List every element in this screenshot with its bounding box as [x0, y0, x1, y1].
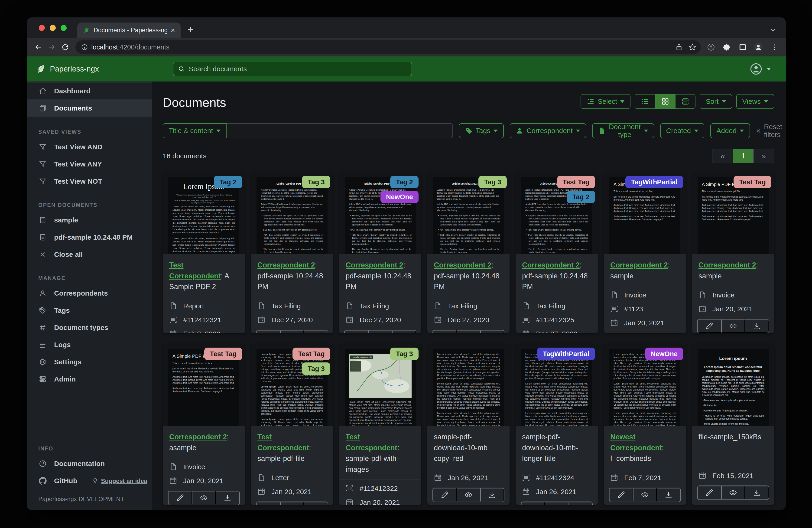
edit-button[interactable]	[521, 502, 545, 505]
correspondent-link[interactable]: Test Correspondent	[169, 261, 221, 280]
edit-button[interactable]	[345, 330, 368, 333]
sidebar-item-dashboard[interactable]: Dashboard	[27, 83, 152, 100]
document-card[interactable]: Lorem Ipsum"Neque porro quisquam est qui…	[163, 172, 245, 333]
correspondent-link[interactable]: Correspondent 2	[346, 261, 403, 269]
browser-menu-kebab-icon[interactable]	[769, 42, 779, 52]
edit-button[interactable]	[609, 488, 633, 501]
edit-button[interactable]	[698, 319, 721, 333]
sidebar-item-test-view-not[interactable]: Test View NOT	[27, 173, 152, 190]
pagination-next-button[interactable]: »	[753, 149, 774, 163]
document-card[interactable]: Lorem ipsum dolor sit amet, consectetur …	[516, 344, 598, 505]
document-thumbnail[interactable]: Lorem ipsum dolor sit amet, consectetur …	[516, 344, 598, 426]
document-card[interactable]: Adobe Acrobat PDF FilesAdobe® Portable D…	[516, 172, 598, 333]
sidebar-item-test-view-and[interactable]: Test View AND	[27, 138, 152, 156]
preview-button[interactable]	[280, 502, 304, 505]
document-card[interactable]: Adobe Acrobat PDF FilesAdobe® Portable D…	[251, 172, 333, 333]
sidebar-item-test-view-any[interactable]: Test View ANY	[27, 156, 152, 173]
edit-button[interactable]	[433, 488, 456, 501]
preview-button[interactable]	[280, 330, 304, 333]
preview-button[interactable]	[633, 488, 657, 501]
download-button[interactable]	[745, 486, 769, 499]
tag-badge[interactable]: Test Tag	[734, 176, 771, 188]
sidebar-item-documentation[interactable]: Documentation	[27, 455, 152, 472]
preview-button[interactable]	[192, 491, 216, 504]
document-thumbnail[interactable]: Lorem ipsumLorem ipsum dolor sit amet, c…	[692, 344, 774, 426]
sidebar-item-close-all[interactable]: Close all	[27, 246, 152, 263]
document-card[interactable]: Adobe Acrobat PDF FilesAdobe® Portable D…	[339, 172, 421, 333]
document-card[interactable]: Lorem ipsumLorem ipsum dolor sit amet, c…	[692, 344, 774, 505]
download-button[interactable]	[568, 502, 592, 505]
preview-button[interactable]	[456, 330, 480, 333]
sidebar-item-logs[interactable]: Logs	[27, 336, 152, 353]
document-card[interactable]: Lorem Ipsum Lorem ipsum dolor sit amet, …	[251, 344, 333, 505]
sidebar-item-admin[interactable]: Admin	[27, 371, 152, 388]
window-minimize-button[interactable]	[50, 25, 56, 31]
correspondent-link[interactable]: Correspondent 2	[169, 433, 227, 441]
document-thumbnail[interactable]: Adobe Acrobat PDF FilesAdobe® Portable D…	[251, 172, 333, 254]
forward-icon[interactable]	[47, 42, 56, 52]
tag-badge[interactable]: Tag 3	[478, 176, 507, 188]
download-button[interactable]	[745, 319, 769, 333]
download-button[interactable]	[480, 330, 504, 333]
new-tab-button[interactable]: +	[188, 23, 194, 35]
sort-dropdown-button[interactable]: Sort	[700, 94, 732, 109]
document-card[interactable]: A Simple PDF FileThis is a small demonst…	[604, 172, 686, 333]
brand[interactable]: Paperless-ngx	[36, 64, 99, 74]
user-menu[interactable]	[750, 62, 771, 75]
select-dropdown-button[interactable]: Select	[581, 94, 630, 109]
tag-badge[interactable]: TagWithPartial	[625, 176, 683, 188]
tab-close-icon[interactable]: ×	[171, 27, 175, 34]
reload-icon[interactable]	[61, 42, 70, 52]
preview-button[interactable]	[721, 319, 745, 333]
window-zoom-button[interactable]	[61, 25, 67, 31]
download-button[interactable]	[657, 488, 680, 501]
side-panel-icon[interactable]	[738, 42, 747, 52]
edit-button[interactable]	[257, 330, 280, 333]
extensions-puzzle-icon[interactable]	[722, 42, 731, 52]
correspondent-filter-button[interactable]: Correspondent	[510, 123, 586, 138]
global-search[interactable]	[173, 62, 412, 76]
tag-badge[interactable]: Tag 3	[302, 176, 330, 188]
site-info-icon[interactable]	[81, 44, 88, 51]
preview-button[interactable]	[721, 486, 745, 499]
address-bar[interactable]: localhost:4200/documents	[75, 40, 701, 54]
tag-badge[interactable]: NewOne	[645, 347, 683, 360]
tags-filter-button[interactable]: Tags	[459, 123, 504, 138]
document-thumbnail[interactable]: Lorem Ipsum"Neque porro quisquam est qui…	[163, 172, 245, 254]
document-thumbnail[interactable]: Adobe Acrobat PDF FilesAdobe® Portable D…	[339, 172, 421, 254]
sidebar-item-document-types[interactable]: Document types	[27, 319, 152, 336]
download-button[interactable]	[304, 502, 328, 505]
tag-badge[interactable]: NewOne	[380, 191, 419, 203]
correspondent-link[interactable]: Newest Correspondent	[610, 433, 662, 452]
tag-badge[interactable]: Tag 2	[214, 176, 242, 188]
document-card[interactable]: A Simple PDF FileThis is a small demonst…	[163, 344, 245, 505]
tag-badge[interactable]: Tag 3	[390, 347, 419, 360]
password-manager-icon[interactable]	[706, 42, 716, 52]
document-thumbnail[interactable]: Lorem ipsum dolor sit amet, consectetur …	[604, 344, 686, 426]
document-thumbnail[interactable]: Boundary Waters TripLorem ipsum dolor si…	[339, 344, 421, 426]
view-detail-button[interactable]	[675, 95, 695, 109]
sidebar-item-documents[interactable]: Documents	[27, 100, 152, 117]
title-content-dropdown-button[interactable]: Title & content	[163, 123, 227, 138]
document-card[interactable]: Lorem ipsum dolor sit amet, consectetur …	[427, 344, 509, 505]
browser-tab[interactable]: Documents - Paperless-ngx ×	[77, 23, 180, 38]
document-type-filter-button[interactable]: Document type	[592, 123, 654, 138]
views-dropdown-button[interactable]: Views	[736, 94, 774, 109]
browser-profile-avatar[interactable]	[754, 42, 763, 52]
tag-badge[interactable]: Tag 2	[390, 176, 419, 188]
back-icon[interactable]	[34, 42, 43, 52]
tag-badge[interactable]: Test Tag	[204, 347, 242, 360]
search-input[interactable]	[189, 65, 407, 73]
download-button[interactable]	[392, 330, 416, 333]
tab-search-chevron-icon[interactable]	[770, 27, 776, 33]
view-table-button[interactable]	[635, 95, 655, 109]
share-icon[interactable]	[674, 42, 684, 52]
document-thumbnail[interactable]: Lorem Ipsum Lorem ipsum dolor sit amet, …	[251, 344, 333, 426]
sidebar-item-github[interactable]: GitHub Suggest an idea	[27, 472, 152, 489]
document-card[interactable]: Lorem ipsum dolor sit amet, consectetur …	[604, 344, 686, 505]
document-card[interactable]: Adobe Acrobat PDF FilesAdobe® Portable D…	[427, 172, 509, 333]
tag-badge[interactable]: Tag 2	[567, 191, 595, 203]
document-thumbnail[interactable]: Adobe Acrobat PDF FilesAdobe® Portable D…	[427, 172, 509, 254]
edit-button[interactable]	[257, 502, 280, 505]
bookmark-star-icon[interactable]	[687, 42, 698, 52]
